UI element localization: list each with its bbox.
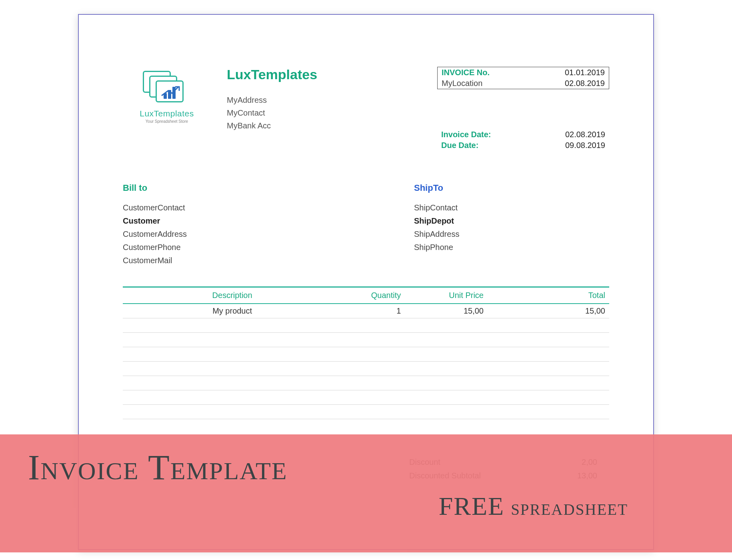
ship-contact: ShipContact xyxy=(414,201,609,214)
header-row: LuxTemplates Your Spreadsheet Store LuxT… xyxy=(123,67,609,151)
address-row: Bill to CustomerContact Customer Custome… xyxy=(123,183,609,267)
cell-quantity xyxy=(342,376,405,390)
cell-quantity xyxy=(342,347,405,362)
cell-total xyxy=(488,390,609,405)
banner-subtitle: FREE spreadsheet xyxy=(28,492,708,521)
cell-total: 15,00 xyxy=(488,304,609,318)
logo-icon xyxy=(143,71,191,105)
ship-name: ShipDepot xyxy=(414,214,609,228)
table-row xyxy=(123,390,609,405)
dates-block: Invoice Date: 02.08.2019 Due Date: 09.08… xyxy=(437,129,609,151)
cell-description xyxy=(123,318,342,333)
cell-total xyxy=(488,318,609,333)
company-block: LuxTemplates MyAddress MyContact MyBank … xyxy=(227,67,421,132)
due-date-value: 09.08.2019 xyxy=(531,140,609,151)
cell-quantity xyxy=(342,405,405,419)
logo-block: LuxTemplates Your Spreadsheet Store xyxy=(123,67,211,124)
col-description: Description xyxy=(123,287,342,304)
cell-unit_price xyxy=(405,405,488,419)
invoice-no-value: 01.01.2019 xyxy=(530,67,609,78)
cell-quantity: 1 xyxy=(342,304,405,318)
bill-to-block: Bill to CustomerContact Customer Custome… xyxy=(123,183,318,267)
table-row xyxy=(123,333,609,347)
due-date-label: Due Date: xyxy=(437,140,531,151)
company-bank: MyBank Acc xyxy=(227,119,421,132)
invoice-no-label: INVOICE No. xyxy=(438,67,530,78)
logo-tagline: Your Spreadsheet Store xyxy=(123,119,211,124)
cell-description xyxy=(123,405,342,419)
table-row xyxy=(123,376,609,390)
cell-description xyxy=(123,390,342,405)
promo-banner: Invoice Template FREE spreadsheet xyxy=(0,434,732,552)
cell-unit_price xyxy=(405,333,488,347)
bill-mail: CustomerMail xyxy=(123,254,318,267)
cell-unit_price xyxy=(405,376,488,390)
bill-phone: CustomerPhone xyxy=(123,241,318,254)
table-row xyxy=(123,405,609,419)
bill-to-title: Bill to xyxy=(123,183,318,193)
invoice-date-value: 02.08.2019 xyxy=(531,129,609,140)
cell-description xyxy=(123,362,342,376)
bill-name: Customer xyxy=(123,214,318,228)
bill-address: CustomerAddress xyxy=(123,228,318,241)
banner-rest: spreadsheet xyxy=(504,495,628,520)
table-row xyxy=(123,318,609,333)
company-name: LuxTemplates xyxy=(227,67,421,82)
location-value: 02.08.2019 xyxy=(530,78,609,89)
cell-description xyxy=(123,333,342,347)
company-contact: MyContact xyxy=(227,106,421,119)
bill-contact: CustomerContact xyxy=(123,201,318,214)
cell-quantity xyxy=(342,362,405,376)
ship-to-block: ShipTo ShipContact ShipDepot ShipAddress… xyxy=(318,183,609,267)
table-row: My product115,0015,00 xyxy=(123,304,609,318)
cell-unit_price xyxy=(405,347,488,362)
cell-total xyxy=(488,347,609,362)
cell-description: My product xyxy=(123,304,342,318)
cell-unit_price xyxy=(405,390,488,405)
ship-address: ShipAddress xyxy=(414,228,609,241)
cell-quantity xyxy=(342,390,405,405)
cell-description xyxy=(123,376,342,390)
banner-title: Invoice Template xyxy=(28,447,708,488)
meta-block: INVOICE No. 01.01.2019 MyLocation 02.08.… xyxy=(437,67,609,151)
col-quantity: Quantity xyxy=(342,287,405,304)
location-label: MyLocation xyxy=(438,78,530,89)
table-row xyxy=(123,347,609,362)
cell-total xyxy=(488,405,609,419)
col-unit-price: Unit Price xyxy=(405,287,488,304)
ship-phone: ShipPhone xyxy=(414,241,609,254)
cell-quantity xyxy=(342,333,405,347)
table-row xyxy=(123,362,609,376)
cell-total xyxy=(488,376,609,390)
col-total: Total xyxy=(488,287,609,304)
invoice-meta-box: INVOICE No. 01.01.2019 MyLocation 02.08.… xyxy=(437,67,609,89)
invoice-date-label: Invoice Date: xyxy=(437,129,531,140)
cell-unit_price: 15,00 xyxy=(405,304,488,318)
company-address: MyAddress xyxy=(227,94,421,106)
line-items-table: Description Quantity Unit Price Total My… xyxy=(123,286,609,419)
cell-total xyxy=(488,333,609,347)
cell-unit_price xyxy=(405,362,488,376)
banner-free: FREE xyxy=(439,492,504,520)
ship-to-title: ShipTo xyxy=(414,183,609,193)
cell-unit_price xyxy=(405,318,488,333)
logo-brand-text: LuxTemplates xyxy=(123,109,211,118)
cell-description xyxy=(123,347,342,362)
cell-total xyxy=(488,362,609,376)
cell-quantity xyxy=(342,318,405,333)
